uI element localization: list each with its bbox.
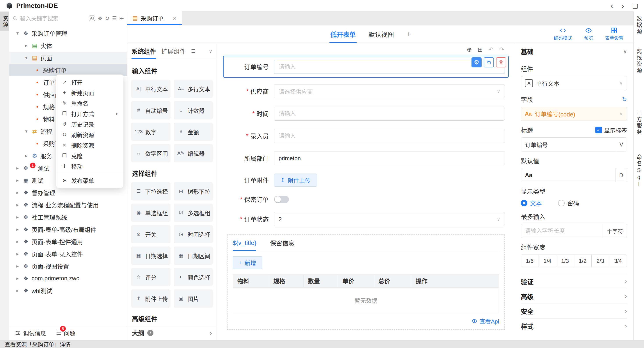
department-input[interactable] — [274, 151, 505, 165]
tab-named-sql[interactable]: 命名Sql — [635, 153, 643, 190]
subform-tab-secret-info[interactable]: 保密信息 — [270, 235, 294, 251]
title-input[interactable] — [521, 138, 616, 151]
width-option-1-4[interactable]: 1/4 — [538, 255, 556, 267]
max-length-input[interactable] — [521, 224, 603, 238]
default-value-input[interactable] — [521, 168, 616, 182]
chevron-right-icon[interactable]: › — [210, 329, 212, 337]
tree-item-form-common-controls[interactable]: ▸ ❖ 页面-表单-控件通用 — [9, 235, 127, 248]
palette-menu-icon[interactable]: ☰ — [191, 48, 196, 54]
palette-item-single-line-text[interactable]: A|单行文本 — [131, 80, 170, 98]
expand-arrow-icon[interactable]: ▸ — [15, 251, 20, 257]
tree-item-com-primeton-zwc[interactable]: ▸ ❖ com.primeton.zwc — [9, 272, 127, 285]
section-security[interactable]: 安全› — [521, 304, 627, 319]
palette-item-radio-group[interactable]: ◉单选框组 — [131, 203, 170, 222]
form-field-attachment[interactable]: 订单附件 ↥ 附件上传 — [227, 174, 505, 187]
tab-offline-resources[interactable]: 离线资源 — [635, 47, 643, 75]
palette-item-time-picker[interactable]: ◷时间选择 — [174, 225, 213, 243]
radio-text[interactable]: 文本 — [521, 199, 542, 207]
menu-item-open[interactable]: ↗打开 — [56, 77, 123, 87]
order-number-input[interactable] — [274, 60, 505, 74]
form-field-order-number[interactable]: ⚙ 订单编号 — [223, 56, 509, 78]
collapse-all-icon[interactable]: ⇤ — [120, 15, 124, 21]
palette-item-rating[interactable]: ☆评分 — [131, 268, 170, 286]
expand-arrow-icon[interactable]: ▸ — [15, 227, 20, 232]
palette-item-date-range[interactable]: ▦日期区间 — [174, 246, 213, 265]
nav-back-icon[interactable]: ‹ — [610, 1, 613, 10]
show-label-checkbox[interactable]: ✓ — [595, 127, 602, 133]
confidential-toggle[interactable] — [274, 196, 289, 203]
palette-item-editor[interactable]: A✎编辑器 — [174, 144, 213, 163]
attachment-upload-button[interactable]: ↥ 附件上传 — [274, 174, 317, 187]
field-copy-button[interactable] — [484, 57, 494, 67]
redo-icon[interactable]: ↷ — [499, 46, 504, 53]
expand-arrow-icon[interactable]: ▸ — [15, 178, 20, 183]
palette-item-number-range[interactable]: ↔数字区间 — [131, 144, 170, 163]
width-option-1-2[interactable]: 1/2 — [574, 255, 592, 267]
expand-arrow-icon[interactable]: ▸ — [15, 202, 20, 207]
expand-arrow-icon[interactable]: ▸ — [24, 43, 29, 48]
tab-lowcode-form[interactable]: 低开表单 — [330, 25, 356, 43]
menu-item-publish-menu[interactable]: ➤发布菜单 — [56, 175, 123, 185]
menu-item-open-with[interactable]: ❐打开方式▸ — [56, 108, 123, 119]
form-field-supplier[interactable]: *供应商 请选择供应商 ∨ — [227, 84, 505, 98]
section-advanced[interactable]: 高级› — [521, 289, 627, 304]
palette-item-counter[interactable]: ±计数器 — [174, 101, 213, 120]
menu-item-refresh-resource[interactable]: ↻刷新资源 — [56, 129, 123, 140]
palette-item-multi-line-text[interactable]: A≡多行文本 — [174, 80, 213, 98]
width-option-1-6[interactable]: 1/6 — [521, 255, 538, 267]
search-input[interactable] — [20, 15, 86, 22]
sort-icon[interactable]: ☰ — [112, 15, 117, 21]
tab-default-view[interactable]: 默认视图 — [368, 25, 394, 43]
tree-item-social-worker[interactable]: ▸ ❖ 社工管理系统 — [9, 211, 127, 223]
section-basic[interactable]: 基础 ∨ — [521, 43, 627, 59]
dynamic-bind-button[interactable]: D — [616, 168, 627, 182]
component-select[interactable]: A 单行文本 ∨ — [521, 76, 627, 90]
menu-item-move[interactable]: ✛移动 — [56, 161, 123, 171]
form-settings-button[interactable]: 表单设置 — [605, 27, 624, 41]
expand-arrow-icon[interactable]: ▸ — [15, 214, 20, 220]
menu-item-rename[interactable]: ✎重命名 — [56, 98, 123, 108]
expand-arrow-icon[interactable]: ▸ — [24, 153, 29, 159]
close-icon[interactable]: × — [172, 15, 176, 21]
recorder-input[interactable] — [274, 129, 505, 143]
doc-tab-purchase-order[interactable]: ▤ 采购订单 × — [127, 11, 182, 25]
form-field-confidential[interactable]: *保密订单 — [227, 195, 505, 204]
tree-item-supervise-mgmt[interactable]: ▸ ❖ 督办管理 — [9, 186, 127, 199]
expand-arrow-icon[interactable]: ▸ — [15, 264, 20, 269]
debug-info-button[interactable]: 调试信息 — [15, 329, 46, 337]
expand-arrow-icon[interactable]: ▸ — [15, 190, 20, 195]
tab-extended-components[interactable]: 扩展组件 — [161, 43, 186, 59]
expand-arrow-icon[interactable]: ▸ — [15, 288, 20, 293]
search-box[interactable] — [12, 15, 86, 22]
field-delete-button[interactable] — [496, 57, 506, 67]
expand-arrow-icon[interactable]: ▾ — [24, 55, 29, 60]
build-icon[interactable]: ❖ — [98, 15, 102, 21]
order-status-select[interactable]: 2 ∨ — [274, 212, 505, 226]
subform-container[interactable]: ${v_title} 保密信息 + 新增 物料 规格 — [227, 234, 505, 330]
chevron-down-icon[interactable]: ∨ — [209, 48, 212, 54]
palette-item-dropdown[interactable]: ☰下拉选择 — [131, 182, 170, 200]
tab-third-party-services[interactable]: 三方服务 — [635, 108, 643, 137]
tree-item-form-advanced-layout[interactable]: ▸ ❖ 页面-表单-高级/布局组件 — [9, 223, 127, 235]
undo-icon[interactable]: ↶ — [488, 46, 494, 53]
add-view-button[interactable]: + — [406, 30, 411, 38]
form-field-order-status[interactable]: *订单状态 2 ∨ — [227, 212, 505, 226]
chevron-down-icon[interactable]: ∨ — [623, 49, 627, 54]
palette-item-tree-dropdown[interactable]: ⊞树形下拉 — [174, 182, 213, 200]
menu-item-new-page[interactable]: +新建页面 — [56, 87, 123, 98]
menu-item-delete-resource[interactable]: ✕删除资源 — [56, 140, 123, 150]
tree-item-form-input-controls[interactable]: ▸ ❖ 页面-表单-录入控件 — [9, 248, 127, 260]
radio-password[interactable]: 密码 — [558, 199, 579, 207]
palette-item-switch[interactable]: ⊙开关 — [131, 225, 170, 243]
outline-icon[interactable]: ⊞ — [478, 46, 483, 53]
tree-item-wbl-test[interactable]: ▸ ❖ wbl测试 — [9, 285, 127, 297]
field-refresh-icon[interactable]: ↻ — [622, 96, 627, 103]
tree-item-view-settings[interactable]: ▸ ❖ 页面-视图设置 — [9, 260, 127, 272]
field-settings-button[interactable]: ⚙ — [472, 57, 482, 67]
palette-item-currency[interactable]: ¥金额 — [174, 123, 213, 141]
view-api-link[interactable]: 查看Api — [233, 317, 499, 325]
width-option-3-4[interactable]: 3/4 — [609, 255, 627, 267]
form-field-department[interactable]: 所属部门 — [227, 151, 505, 165]
width-option-1-3[interactable]: 1/3 — [556, 255, 574, 267]
menu-item-history[interactable]: ↺历史记录 — [56, 119, 123, 129]
